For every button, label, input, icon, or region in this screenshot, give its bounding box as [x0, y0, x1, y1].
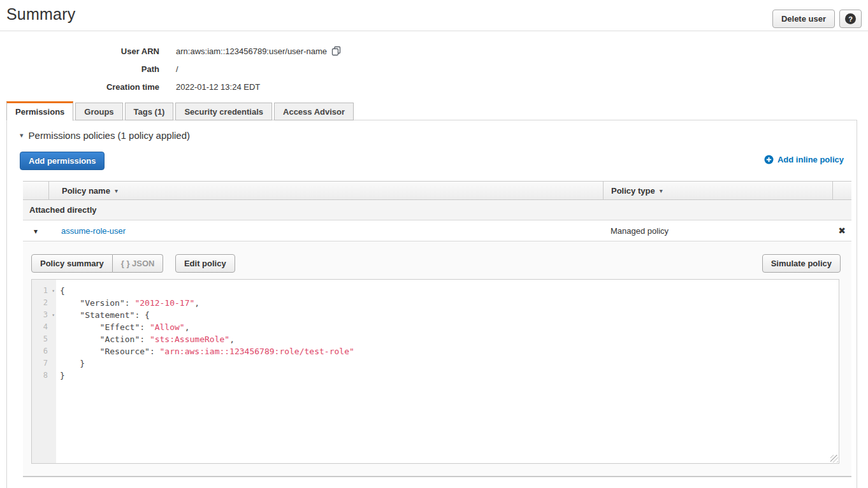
expand-column-header — [23, 182, 48, 199]
editor-code-area[interactable]: { "Version": "2012-10-17", "Statement": … — [56, 280, 839, 463]
help-button[interactable]: ? — [839, 10, 862, 28]
policy-name-link[interactable]: assume-role-user — [61, 226, 126, 236]
policy-type-column-header[interactable]: Policy type ▾ — [603, 182, 832, 199]
actions-column-header — [832, 182, 851, 199]
tab-bar: Permissions Groups Tags (1) Security cre… — [6, 103, 354, 121]
permissions-policies-heading: ▾ Permissions policies (1 policy applied… — [20, 130, 190, 141]
policy-detail-panel: Policy summary { } JSON Edit policy Simu… — [23, 241, 851, 476]
tab-tags[interactable]: Tags (1) — [125, 103, 174, 120]
permissions-tab-panel: ▾ Permissions policies (1 policy applied… — [6, 120, 857, 488]
page-header: Summary Delete user ? — [0, 0, 868, 31]
policy-detail-toolbar: Policy summary { } JSON Edit policy Simu… — [31, 254, 841, 271]
policies-table: Policy name ▾ Policy type ▾ Attached dir… — [23, 181, 851, 477]
plus-circle-icon — [764, 155, 774, 164]
tab-security-credentials[interactable]: Security credentials — [175, 103, 272, 120]
creation-time-value: 2022-01-12 13:24 EDT — [176, 82, 260, 92]
policies-table-header: Policy name ▾ Policy type ▾ — [23, 181, 851, 200]
edit-policy-button[interactable]: Edit policy — [175, 254, 235, 273]
simulate-policy-button[interactable]: Simulate policy — [762, 254, 841, 273]
code-line: } — [60, 357, 839, 370]
info-row-creation-time: Creation time 2022-01-12 13:24 EDT — [0, 78, 868, 96]
tab-groups[interactable]: Groups — [75, 103, 122, 120]
policy-type-value: Managed policy — [603, 226, 832, 236]
code-line: "Statement": { — [60, 309, 839, 321]
header-actions: Delete user ? — [772, 10, 862, 28]
code-line: "Action": "sts:AssumeRole", — [60, 333, 839, 345]
sort-caret-icon: ▾ — [115, 187, 118, 194]
tab-access-advisor[interactable]: Access Advisor — [274, 103, 354, 120]
editor-resize-handle[interactable] — [830, 455, 838, 463]
creation-time-label: Creation time — [0, 82, 159, 92]
policy-summary-button[interactable]: Policy summary — [31, 254, 113, 273]
copy-icon[interactable] — [331, 46, 341, 58]
add-inline-policy-link[interactable]: Add inline policy — [764, 155, 844, 164]
path-label: Path — [0, 64, 159, 74]
info-row-path: Path / — [0, 60, 868, 78]
help-icon: ? — [845, 13, 856, 24]
code-line: "Resource": "arn:aws:iam::123456789:role… — [60, 345, 839, 357]
remove-policy-icon[interactable]: ✖ — [838, 226, 846, 236]
attached-directly-group-row: Attached directly — [23, 200, 851, 220]
tab-permissions[interactable]: Permissions — [6, 101, 73, 121]
fold-caret-icon[interactable]: ▾ — [52, 309, 55, 321]
path-value: / — [176, 64, 178, 74]
editor-gutter: 1▾ 2 3▾ 4 5 6 7 8 — [32, 280, 56, 463]
code-line: { — [60, 285, 839, 297]
delete-user-button[interactable]: Delete user — [772, 10, 835, 28]
permissions-actions-row: Add permissions Add inline policy — [20, 152, 844, 169]
page-title: Summary — [6, 5, 75, 24]
code-line: "Effect": "Allow", — [60, 321, 839, 333]
policy-name-column-header[interactable]: Policy name ▾ — [48, 182, 603, 199]
user-arn-value: arn:aws:iam::123456789:user/user-name — [176, 47, 327, 56]
code-line: } — [60, 370, 839, 382]
user-arn-label: User ARN — [0, 47, 159, 56]
iam-user-summary-page: Summary Delete user ? User ARN arn:aws:i… — [0, 0, 868, 488]
code-line: "Version": "2012-10-17", — [60, 297, 839, 309]
user-info: User ARN arn:aws:iam::123456789:user/use… — [0, 31, 868, 96]
info-row-user-arn: User ARN arn:aws:iam::123456789:user/use… — [0, 42, 868, 60]
policy-row-assume-role-user: ▾ assume-role-user Managed policy ✖ — [23, 220, 851, 241]
permissions-policies-heading-label: Permissions policies (1 policy applied) — [29, 130, 190, 141]
policy-view-toggle: Policy summary { } JSON — [31, 254, 163, 273]
row-expand-caret-icon[interactable]: ▾ — [34, 227, 38, 236]
fold-caret-icon[interactable]: ▾ — [52, 285, 55, 297]
collapse-caret-icon[interactable]: ▾ — [20, 131, 24, 140]
sort-caret-icon: ▾ — [660, 187, 663, 194]
add-permissions-button[interactable]: Add permissions — [20, 152, 105, 170]
add-inline-policy-label: Add inline policy — [778, 155, 844, 164]
policy-json-editor[interactable]: 1▾ 2 3▾ 4 5 6 7 8 { "Version": "2012-10-… — [31, 279, 839, 464]
json-view-button[interactable]: { } JSON — [113, 254, 164, 273]
